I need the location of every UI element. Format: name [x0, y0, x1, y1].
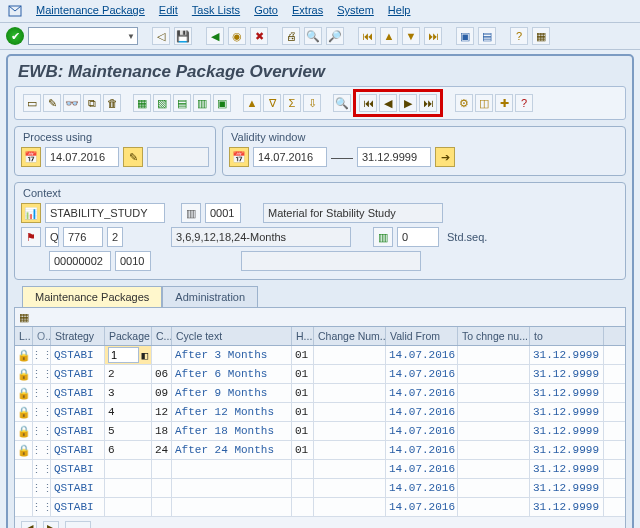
- cell[interactable]: [458, 479, 530, 497]
- package-cell[interactable]: 2: [105, 365, 152, 383]
- display-icon[interactable]: 👓: [63, 94, 81, 112]
- search-icon[interactable]: 🔍: [333, 94, 351, 112]
- validity-from-icon[interactable]: 📅: [229, 147, 249, 167]
- cell[interactable]: [314, 479, 386, 497]
- cell[interactable]: QSTABI: [51, 365, 105, 383]
- cell[interactable]: 31.12.9999: [530, 479, 604, 497]
- cell[interactable]: After 12 Months: [172, 403, 292, 421]
- package-cell[interactable]: [105, 498, 152, 516]
- cell[interactable]: 09: [152, 384, 172, 402]
- cell[interactable]: [314, 384, 386, 402]
- cell[interactable]: 24: [152, 441, 172, 459]
- generate-shortcut-icon[interactable]: ▤: [478, 27, 496, 45]
- sum-icon[interactable]: Σ: [283, 94, 301, 112]
- cell[interactable]: 31.12.9999: [530, 460, 604, 478]
- cell[interactable]: 01: [292, 365, 314, 383]
- study-field[interactable]: STABILITY_STUDY: [45, 203, 165, 223]
- back-green-icon[interactable]: ◀: [206, 27, 224, 45]
- edit-icon[interactable]: ✎: [43, 94, 61, 112]
- tab-administration[interactable]: Administration: [162, 286, 258, 307]
- num1-field[interactable]: 776: [63, 227, 103, 247]
- cell[interactable]: 31.12.9999: [530, 422, 604, 440]
- cell[interactable]: 12: [152, 403, 172, 421]
- cell[interactable]: QSTABI: [51, 403, 105, 421]
- col-cycle-text[interactable]: Cycle text: [172, 327, 292, 345]
- cell[interactable]: 14.07.2016: [386, 441, 458, 459]
- scroll-track[interactable]: [65, 521, 91, 528]
- cell[interactable]: [172, 460, 292, 478]
- seq-icon[interactable]: ▥: [373, 227, 393, 247]
- num2-field[interactable]: 2: [107, 227, 123, 247]
- table-row[interactable]: ⋮⋮QSTABI14.07.201631.12.9999: [15, 498, 625, 517]
- cell[interactable]: [314, 403, 386, 421]
- table-row[interactable]: 🔒⋮⋮QSTABI624After 24 Months0114.07.20163…: [15, 441, 625, 460]
- cell[interactable]: 01: [292, 422, 314, 440]
- menu-extras[interactable]: Extras: [292, 4, 323, 18]
- table-row[interactable]: ⋮⋮QSTABI14.07.201631.12.9999: [15, 460, 625, 479]
- delete-row-icon[interactable]: ▥: [193, 94, 211, 112]
- create-icon[interactable]: ▭: [23, 94, 41, 112]
- first-page-icon[interactable]: ⏮: [358, 27, 376, 45]
- page-down-icon[interactable]: ▼: [402, 27, 420, 45]
- cell[interactable]: After 3 Months: [172, 346, 292, 364]
- delete-icon[interactable]: 🗑: [103, 94, 121, 112]
- package-cell[interactable]: [105, 460, 152, 478]
- save-icon[interactable]: 💾: [174, 27, 192, 45]
- find-icon[interactable]: 🔍: [304, 27, 322, 45]
- validity-go-icon[interactable]: ➔: [435, 147, 455, 167]
- settings-icon[interactable]: ⚙: [455, 94, 473, 112]
- cell[interactable]: [292, 498, 314, 516]
- nav-prev-icon[interactable]: ◀: [379, 94, 397, 112]
- help-icon[interactable]: ?: [510, 27, 528, 45]
- cell[interactable]: [172, 498, 292, 516]
- cell[interactable]: [152, 498, 172, 516]
- menu-goto[interactable]: Goto: [254, 4, 278, 18]
- export-icon[interactable]: ⇩: [303, 94, 321, 112]
- table-row[interactable]: 🔒⋮⋮QSTABI206After 6 Months0114.07.201631…: [15, 365, 625, 384]
- batch-icon[interactable]: ▥: [181, 203, 201, 223]
- cell[interactable]: [152, 346, 172, 364]
- cancel-icon[interactable]: ✖: [250, 27, 268, 45]
- expand-icon[interactable]: ▣: [213, 94, 231, 112]
- process-date-field[interactable]: 14.07.2016: [45, 147, 119, 167]
- cell[interactable]: 14.07.2016: [386, 460, 458, 478]
- batch-field[interactable]: 0001: [205, 203, 241, 223]
- col-c[interactable]: C...: [152, 327, 172, 345]
- cell[interactable]: 14.07.2016: [386, 498, 458, 516]
- cell[interactable]: QSTABI: [51, 384, 105, 402]
- copy-icon[interactable]: ⧉: [83, 94, 101, 112]
- cell[interactable]: [152, 460, 172, 478]
- scroll-right-icon[interactable]: ▶: [43, 521, 59, 528]
- cell[interactable]: 31.12.9999: [530, 498, 604, 516]
- validity-from-field[interactable]: 14.07.2016: [253, 147, 327, 167]
- package-cell[interactable]: ◧: [105, 346, 152, 364]
- cell[interactable]: [458, 422, 530, 440]
- cell[interactable]: 14.07.2016: [386, 365, 458, 383]
- cell[interactable]: 31.12.9999: [530, 384, 604, 402]
- cell[interactable]: 01: [292, 346, 314, 364]
- cell[interactable]: 18: [152, 422, 172, 440]
- cell[interactable]: QSTABI: [51, 498, 105, 516]
- menu-task-lists[interactable]: Task Lists: [192, 4, 240, 18]
- col-lock[interactable]: L..: [15, 327, 33, 345]
- cell[interactable]: 31.12.9999: [530, 403, 604, 421]
- cell[interactable]: [292, 479, 314, 497]
- filter-icon[interactable]: ∇: [263, 94, 281, 112]
- cell[interactable]: [458, 346, 530, 364]
- cell[interactable]: [314, 422, 386, 440]
- process-edit-icon[interactable]: ✎: [123, 147, 143, 167]
- package-cell[interactable]: 5: [105, 422, 152, 440]
- cell[interactable]: 14.07.2016: [386, 422, 458, 440]
- command-field[interactable]: [28, 27, 138, 45]
- validity-to-field[interactable]: 31.12.9999: [357, 147, 431, 167]
- cell[interactable]: 31.12.9999: [530, 441, 604, 459]
- menu-edit[interactable]: Edit: [159, 4, 178, 18]
- table-row[interactable]: 🔒⋮⋮QSTABI518After 18 Months0114.07.20163…: [15, 422, 625, 441]
- cell[interactable]: [458, 384, 530, 402]
- cell[interactable]: 01: [292, 441, 314, 459]
- cell[interactable]: [172, 479, 292, 497]
- col-strategy[interactable]: Strategy: [51, 327, 105, 345]
- cell[interactable]: [314, 498, 386, 516]
- package-cell[interactable]: 3: [105, 384, 152, 402]
- table-row[interactable]: 🔒⋮⋮QSTABI◧After 3 Months0114.07.201631.1…: [15, 346, 625, 365]
